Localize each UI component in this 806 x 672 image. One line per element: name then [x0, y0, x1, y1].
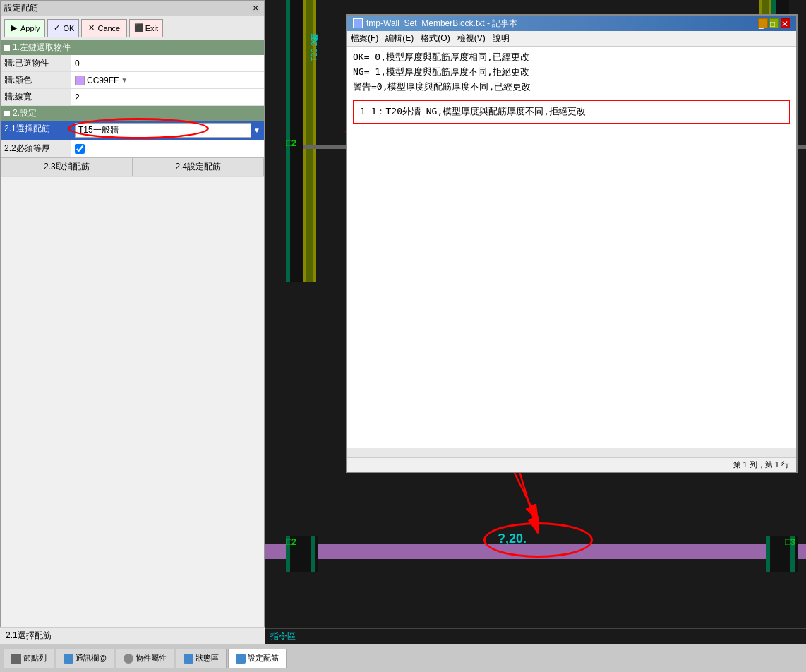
- prop-value-equalthick[interactable]: [71, 140, 264, 157]
- prop-label-selected: 牆:已選物件: [1, 55, 71, 71]
- properties-area: 1.左鍵選取物件 牆:已選物件 0 牆:顏色 CC99FF ▼ 牆:線寬 2 2…: [1, 40, 264, 642]
- tab-properties[interactable]: 物件屬性: [116, 649, 174, 668]
- notepad-maximize[interactable]: □: [769, 18, 779, 28]
- section2-dot: [4, 111, 10, 116]
- prop-label-rebar: 2.1選擇配筋: [1, 121, 71, 140]
- apply-icon: ▶: [9, 23, 19, 33]
- apply-button[interactable]: ▶ Apply: [4, 19, 45, 37]
- notepad-window[interactable]: tmp-Wall_Set_MemberBlock.txt - 記事本 _ □ ✕…: [346, 14, 798, 473]
- notepad-line-1: OK= 0,模型厚度與配筋厚度相同,已經更改: [353, 50, 790, 65]
- notepad-line-3: 警告=0,模型厚度與配筋厚度不同,已經更改: [353, 80, 790, 95]
- exit-button[interactable]: ⬛ Exit: [129, 19, 163, 37]
- corner-c2-bottom: □2: [286, 536, 296, 547]
- notepad-line-2: NG= 1,模型厚度與配筋厚度不同,拒絕更改: [353, 65, 790, 80]
- notepad-icon: [353, 18, 363, 28]
- notepad-status: 第 1 列，第 1 行: [347, 457, 796, 472]
- corner-c3-bottom: □3: [785, 536, 795, 547]
- left-panel: 設定配筋 ✕ ▶ Apply ✓ OK ✕ Cancel ⬛ Exit 1.左鍵…: [0, 0, 265, 642]
- section1-dot: [4, 45, 10, 51]
- notepad-error-text: 1-1：T20外牆 NG,模型厚度與配筋厚度不同,拒絕更改: [360, 106, 586, 116]
- prop-label-equalthick: 2.2必須等厚: [1, 140, 71, 157]
- tab-rebar[interactable]: 設定配筋: [228, 649, 287, 668]
- toolbar: ▶ Apply ✓ OK ✕ Cancel ⬛ Exit: [1, 16, 264, 40]
- prop-value-color[interactable]: CC99FF ▼: [71, 72, 264, 88]
- wall-label-left: T20外牆,20.: [309, 35, 320, 61]
- notepad-title-bar: tmp-Wall_Set_MemberBlock.txt - 記事本 _ □ ✕: [347, 16, 796, 31]
- title-bar: 設定配筋 ✕: [1, 1, 264, 16]
- svg-rect-6: [265, 544, 806, 559]
- prop-value-linewidth: 2: [71, 89, 264, 105]
- prop-label-linewidth: 牆:線寬: [1, 89, 71, 105]
- prop-value-rebar[interactable]: T15一般牆 ▼: [71, 121, 264, 140]
- cancel-rebar-button[interactable]: 2.3取消配筋: [1, 157, 133, 176]
- center-wall-text: ?,20.: [498, 532, 527, 546]
- prop-value-selected: 0: [71, 55, 264, 71]
- set-rebar-button[interactable]: 2.4設定配筋: [133, 157, 265, 176]
- rebar-dropdown-arrow[interactable]: ▼: [253, 126, 260, 134]
- prop-icon: [124, 654, 133, 664]
- cancel-button[interactable]: ✕ Cancel: [81, 19, 126, 37]
- bottom-tabs: 節點列 通訊欄@ 物件屬性 狀態區 設定配筋: [0, 644, 806, 672]
- prop-linewidth: 牆:線寬 2: [1, 89, 264, 106]
- menu-edit[interactable]: 編輯(E): [385, 32, 414, 44]
- action-buttons-row: 2.3取消配筋 2.4設定配筋: [1, 157, 264, 177]
- section1-header: 1.左鍵選取物件: [1, 40, 264, 55]
- notepad-title-text: tmp-Wall_Set_MemberBlock.txt - 記事本: [366, 18, 517, 30]
- menu-format[interactable]: 格式(O): [421, 32, 450, 44]
- color-dropdown-arrow[interactable]: ▼: [121, 76, 128, 84]
- ok-button[interactable]: ✓ OK: [47, 19, 80, 37]
- svg-rect-10: [311, 536, 315, 572]
- comm-icon: [64, 654, 73, 664]
- section2-header: 2.設定: [1, 106, 264, 121]
- color-swatch: [75, 76, 85, 85]
- svg-rect-12: [766, 536, 770, 572]
- tab-status[interactable]: 狀態區: [176, 649, 227, 668]
- notepad-content[interactable]: OK= 0,模型厚度與配筋厚度相同,已經更改 NG= 1,模型厚度與配筋厚度不同…: [347, 47, 796, 133]
- corner-c2-top: □2: [286, 138, 296, 148]
- status-icon: [184, 654, 193, 664]
- close-button[interactable]: ✕: [251, 4, 260, 13]
- exit-icon: ⬛: [134, 23, 144, 33]
- svg-rect-2: [303, 0, 306, 282]
- cancel-icon: ✕: [86, 23, 96, 33]
- menu-view[interactable]: 檢視(V): [457, 32, 486, 44]
- tab-node[interactable]: 節點列: [4, 649, 54, 668]
- menu-file[interactable]: 檔案(F): [351, 32, 378, 44]
- prop-equal-thickness: 2.2必須等厚: [1, 140, 264, 157]
- prop-color: 牆:顏色 CC99FF ▼: [1, 72, 264, 89]
- notepad-error-box: 1-1：T20外牆 NG,模型厚度與配筋厚度不同,拒絕更改: [353, 100, 790, 124]
- rebar-dropdown[interactable]: T15一般牆: [75, 123, 251, 138]
- panel-title: 設定配筋: [4, 2, 38, 14]
- notepad-minimize[interactable]: _: [758, 18, 768, 28]
- notepad-menu: 檔案(F) 編輯(E) 格式(O) 檢視(V) 說明: [347, 31, 796, 47]
- command-text: 指令區: [270, 630, 296, 642]
- rebar-icon: [236, 654, 246, 664]
- menu-help[interactable]: 說明: [493, 32, 510, 44]
- command-bar: 指令區: [265, 628, 806, 644]
- node-icon: [11, 654, 21, 664]
- status-bar-left: 2.1選擇配筋: [0, 627, 265, 644]
- prop-label-color: 牆:顏色: [1, 72, 71, 88]
- equal-thickness-checkbox[interactable]: [75, 144, 85, 154]
- tab-comm[interactable]: 通訊欄@: [56, 649, 114, 668]
- ok-icon: ✓: [52, 23, 62, 33]
- notepad-close[interactable]: ✕: [781, 18, 790, 28]
- prop-rebar-select: 2.1選擇配筋 T15一般牆 ▼: [1, 121, 264, 140]
- prop-selected-objects: 牆:已選物件 0: [1, 55, 264, 72]
